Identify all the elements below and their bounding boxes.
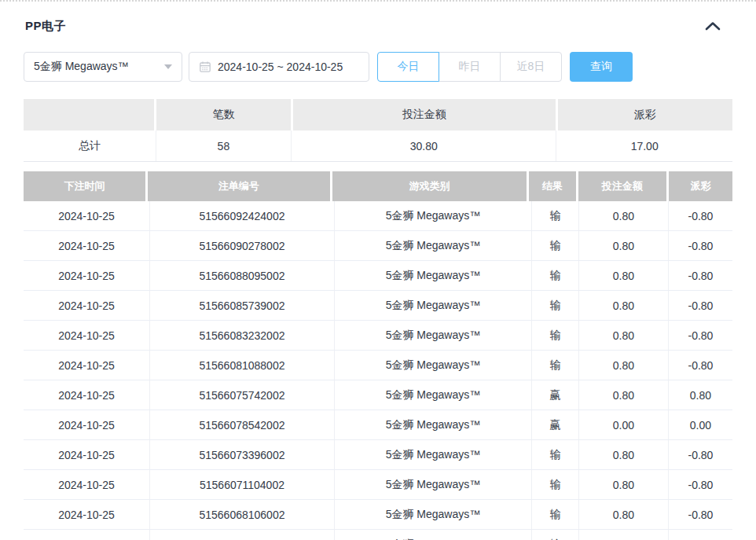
bet-payout: -0.80 bbox=[668, 470, 732, 499]
bet-amount: 0.80 bbox=[578, 530, 668, 540]
bet-payout: -0.80 bbox=[668, 291, 732, 320]
bets-table-body: 2024-10-25 51566092424002 5金狮 Megaways™ … bbox=[24, 201, 732, 540]
bet-result: 输 bbox=[531, 440, 578, 469]
chevron-down-icon bbox=[164, 64, 172, 69]
bet-payout: 0.80 bbox=[668, 380, 732, 410]
game-name: 5金狮 Megaways™ bbox=[334, 201, 531, 230]
bet-id: 51566068106002 bbox=[149, 500, 334, 529]
bet-payout: -0.80 bbox=[668, 351, 732, 380]
bet-id: 51566085739002 bbox=[149, 291, 334, 320]
bet-payout: -0.80 bbox=[668, 321, 732, 350]
quick-range-group: 今日 昨日 近8日 bbox=[377, 52, 562, 82]
bet-id: 51566065836002 bbox=[149, 530, 334, 540]
game-name: 5金狮 Megaways™ bbox=[334, 530, 531, 540]
bet-result: 输 bbox=[531, 201, 578, 230]
bet-id: 51566092424002 bbox=[149, 201, 334, 230]
col-result: 结果 bbox=[529, 171, 575, 201]
summary-total-label: 总计 bbox=[24, 130, 156, 161]
summary-header: 笔数 投注金额 派彩 bbox=[24, 99, 732, 130]
bet-result: 赢 bbox=[531, 380, 578, 410]
last8days-button[interactable]: 近8日 bbox=[500, 52, 562, 82]
bet-date: 2024-10-25 bbox=[24, 380, 149, 410]
col-game-type: 游戏类别 bbox=[332, 171, 527, 201]
summary-table: 笔数 投注金额 派彩 总计 58 30.80 17.00 bbox=[24, 99, 732, 162]
bet-payout: -0.80 bbox=[668, 231, 732, 260]
table-row: 2024-10-25 51566083232002 5金狮 Megaways™ … bbox=[24, 321, 732, 351]
summary-row: 总计 58 30.80 17.00 bbox=[24, 130, 732, 162]
game-select[interactable]: 5金狮 Megaways™ bbox=[24, 52, 182, 82]
query-button[interactable]: 查询 bbox=[570, 52, 633, 82]
bet-result: 输 bbox=[531, 351, 578, 380]
game-name: 5金狮 Megaways™ bbox=[334, 440, 531, 469]
game-name: 5金狮 Megaways™ bbox=[334, 261, 531, 290]
table-row: 2024-10-25 51566068106002 5金狮 Megaways™ … bbox=[24, 500, 732, 530]
col-bet-time: 下注时间 bbox=[24, 171, 145, 201]
bet-payout: -0.80 bbox=[668, 440, 732, 469]
game-select-value: 5金狮 Megaways™ bbox=[34, 60, 129, 74]
game-name: 5金狮 Megaways™ bbox=[334, 380, 531, 410]
game-name: 5金狮 Megaways™ bbox=[334, 351, 531, 380]
filter-bar: 5金狮 Megaways™ 2024-10-25 ~ 2024-10-25 今日… bbox=[24, 52, 732, 82]
summary-count-value: 58 bbox=[156, 130, 291, 161]
bet-id: 51566078542002 bbox=[149, 410, 334, 439]
bet-result: 输 bbox=[531, 291, 578, 320]
bet-result: 输 bbox=[531, 470, 578, 499]
table-row: 2024-10-25 51566090278002 5金狮 Megaways™ … bbox=[24, 231, 732, 261]
game-name: 5金狮 Megaways™ bbox=[334, 291, 531, 320]
bet-amount: 0.80 bbox=[578, 231, 668, 260]
bet-id: 51566083232002 bbox=[149, 321, 334, 350]
bet-payout: -0.80 bbox=[668, 530, 732, 540]
col-bet-id: 注单编号 bbox=[148, 171, 330, 201]
game-name: 5金狮 Megaways™ bbox=[334, 410, 531, 439]
bet-date: 2024-10-25 bbox=[24, 470, 149, 499]
game-name: 5金狮 Megaways™ bbox=[334, 500, 531, 529]
bet-date: 2024-10-25 bbox=[24, 530, 149, 540]
today-button[interactable]: 今日 bbox=[377, 52, 439, 82]
table-row: 2024-10-25 51566073396002 5金狮 Megaways™ … bbox=[24, 440, 732, 470]
page-title: PP电子 bbox=[25, 19, 66, 34]
bet-date: 2024-10-25 bbox=[24, 201, 149, 230]
summary-bet-value: 30.80 bbox=[291, 130, 556, 161]
section-header: PP电子 bbox=[0, 2, 756, 35]
bet-id: 51566071104002 bbox=[149, 470, 334, 499]
table-row: 2024-10-25 51566085739002 5金狮 Megaways™ … bbox=[24, 291, 732, 321]
bet-result: 输 bbox=[531, 500, 578, 529]
bet-id: 51566088095002 bbox=[149, 261, 334, 290]
summary-col-payout: 派彩 bbox=[558, 99, 732, 130]
bet-result: 输 bbox=[531, 261, 578, 290]
bet-amount: 0.80 bbox=[578, 380, 668, 410]
bet-date: 2024-10-25 bbox=[24, 291, 149, 320]
bet-date: 2024-10-25 bbox=[24, 410, 149, 439]
bet-amount: 0.80 bbox=[578, 351, 668, 380]
yesterday-button[interactable]: 昨日 bbox=[439, 52, 501, 82]
bet-date: 2024-10-25 bbox=[24, 440, 149, 469]
bet-result: 输 bbox=[531, 530, 578, 540]
bet-payout: -0.80 bbox=[668, 500, 732, 529]
col-payout: 派彩 bbox=[669, 171, 732, 201]
bet-amount: 0.80 bbox=[578, 321, 668, 350]
game-name: 5金狮 Megaways™ bbox=[334, 470, 531, 499]
bet-result: 赢 bbox=[531, 410, 578, 439]
collapse-button[interactable] bbox=[703, 19, 723, 33]
calendar-icon bbox=[199, 61, 211, 73]
bet-amount: 0.80 bbox=[578, 440, 668, 469]
summary-col-blank bbox=[24, 99, 154, 130]
table-row: 2024-10-25 51566065836002 5金狮 Megaways™ … bbox=[24, 530, 732, 540]
table-row: 2024-10-25 51566075742002 5金狮 Megaways™ … bbox=[24, 380, 732, 410]
summary-col-count: 笔数 bbox=[156, 99, 291, 130]
game-name: 5金狮 Megaways™ bbox=[334, 321, 531, 350]
bet-result: 输 bbox=[531, 231, 578, 260]
bet-id: 51566081088002 bbox=[149, 351, 334, 380]
bet-date: 2024-10-25 bbox=[24, 500, 149, 529]
table-row: 2024-10-25 51566092424002 5金狮 Megaways™ … bbox=[24, 201, 732, 231]
bet-amount: 0.80 bbox=[578, 201, 668, 230]
bet-date: 2024-10-25 bbox=[24, 351, 149, 380]
chevron-up-icon bbox=[704, 22, 721, 34]
bet-date: 2024-10-25 bbox=[24, 261, 149, 290]
bet-amount: 0.00 bbox=[578, 410, 668, 439]
summary-payout-value: 17.00 bbox=[556, 130, 732, 161]
summary-col-bet: 投注金额 bbox=[293, 99, 556, 130]
game-name: 5金狮 Megaways™ bbox=[334, 231, 531, 260]
date-range-input[interactable]: 2024-10-25 ~ 2024-10-25 bbox=[189, 52, 369, 82]
bet-amount: 0.80 bbox=[578, 291, 668, 320]
